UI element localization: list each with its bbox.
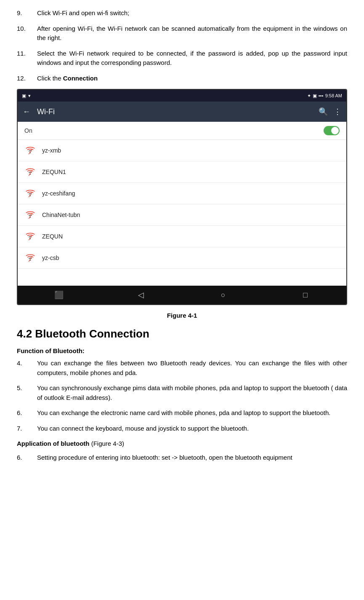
- back-nav-button[interactable]: ◁: [133, 287, 149, 303]
- figure-caption: Figure 4-1: [17, 312, 347, 319]
- notification-icon: ▾: [28, 93, 31, 99]
- bluetooth-item-4: 4. You can exchange the files between tw…: [17, 359, 347, 378]
- network-row-5[interactable]: yz-csb: [18, 247, 346, 269]
- network-row-2[interactable]: yz-ceshifang: [18, 183, 346, 204]
- bluetooth-section: 4.2 Bluetooth Connection Function of Blu…: [17, 327, 347, 462]
- toolbar-actions: 🔍 ⋮: [319, 107, 341, 116]
- network-name-0: yz-xmb: [42, 147, 61, 154]
- application-label-bold: Application of bluetooth: [17, 440, 89, 447]
- bluetooth-list: 4. You can exchange the files between tw…: [17, 359, 347, 433]
- svg-line-1: [29, 149, 32, 154]
- home-nav-button[interactable]: ○: [215, 287, 231, 303]
- item-num-12: 12.: [17, 74, 37, 83]
- toolbar-title: Wi-Fi: [37, 107, 319, 116]
- svg-line-7: [29, 213, 32, 219]
- screen-icon: ▣: [22, 93, 26, 99]
- network-name-4: ZEQUN: [42, 233, 63, 240]
- network-name-1: ZEQUN1: [42, 169, 66, 175]
- item-text-12: Click the Connection: [37, 74, 347, 83]
- status-bar: ▣ ▾ ✦ ▣ ▪▪▪ 9:58 AM: [18, 90, 346, 102]
- wifi-toggle[interactable]: [324, 126, 340, 135]
- wifi-on-row: On: [18, 122, 346, 140]
- svg-line-3: [29, 170, 32, 176]
- bluetooth-icon: ✦: [307, 93, 311, 99]
- more-options-icon[interactable]: ⋮: [334, 107, 341, 116]
- list-item-10: 10. After opening Wi-Fi, the Wi-Fi netwo…: [17, 24, 347, 43]
- phone-screenshot: ▣ ▾ ✦ ▣ ▪▪▪ 9:58 AM ← Wi-Fi 🔍 ⋮ On: [17, 89, 347, 305]
- wifi-signal-icon-0: [24, 146, 36, 155]
- application-label-row: Application of bluetooth (Figure 4-3): [17, 439, 347, 449]
- item-num-11: 11.: [17, 49, 37, 68]
- bt-last-text: Setting procedure of entering into bluet…: [37, 453, 347, 463]
- bt-text-7: You can connect the keyboard, mouse and …: [37, 424, 347, 434]
- section-heading: 4.2 Bluetooth Connection: [17, 327, 347, 340]
- bt-last-num: 6.: [17, 453, 37, 463]
- status-right-icons: ✦ ▣ ▪▪▪ 9:58 AM: [307, 93, 342, 99]
- time-display: 9:58 AM: [325, 93, 342, 98]
- list-item-11: 11. Select the Wi-Fi network required to…: [17, 49, 347, 68]
- item-num-10: 10.: [17, 24, 37, 43]
- bt-text-4: You can exchange the files between two B…: [37, 359, 347, 378]
- recents-nav-button[interactable]: □: [297, 287, 314, 303]
- bottom-nav-bar: ⬛ ◁ ○ □: [18, 286, 346, 304]
- function-label: Function of Bluetooth:: [17, 347, 347, 354]
- bt-num-5: 5.: [17, 383, 37, 402]
- bluetooth-item-6: 6. You can exchange the electronic name …: [17, 408, 347, 418]
- item-text-9: Click Wi-Fi and open wi-fi switch;: [37, 8, 347, 18]
- svg-line-5: [29, 192, 32, 197]
- bt-num-6: 6.: [17, 408, 37, 418]
- wifi-on-label: On: [24, 127, 32, 134]
- list-item-9: 9. Click Wi-Fi and open wi-fi switch;: [17, 8, 347, 18]
- wifi-signal-icon-2: [24, 189, 36, 198]
- application-label: Application of bluetooth (Figure 4-3): [17, 439, 347, 449]
- svg-line-9: [29, 235, 32, 240]
- wifi-signal-icon-4: [24, 232, 36, 241]
- wifi-signal-icon-3: [24, 210, 36, 220]
- item-text-11: Select the Wi-Fi network required to be …: [37, 49, 347, 68]
- bluetooth-item-7: 7. You can connect the keyboard, mouse a…: [17, 424, 347, 434]
- bt-text-6: You can exchange the electronic name car…: [37, 408, 347, 418]
- bt-text-5: You can synchronously exchange pims data…: [37, 383, 347, 402]
- camera-nav-button[interactable]: ⬛: [50, 287, 67, 303]
- bluetooth-item-5: 5. You can synchronously exchange pims d…: [17, 383, 347, 402]
- page-content: 9. Click Wi-Fi and open wi-fi switch; 10…: [0, 0, 364, 481]
- network-name-5: yz-csb: [42, 254, 59, 261]
- back-button[interactable]: ←: [23, 107, 30, 116]
- battery-icon: ▪▪▪: [319, 93, 324, 98]
- network-row-1[interactable]: ZEQUN1: [18, 161, 346, 183]
- intro-list: 9. Click Wi-Fi and open wi-fi switch; 10…: [17, 8, 347, 83]
- network-name-2: yz-ceshifang: [42, 190, 75, 197]
- bt-num-7: 7.: [17, 424, 37, 434]
- signal-icon: ▣: [313, 93, 317, 99]
- application-note: (Figure 4-3): [91, 440, 124, 447]
- network-list: yz-xmb ZEQUN1: [18, 140, 346, 269]
- bluetooth-last-item: 6. Setting procedure of entering into bl…: [17, 453, 347, 463]
- search-icon[interactable]: 🔍: [319, 107, 328, 116]
- wifi-signal-icon-1: [24, 167, 36, 177]
- item-num-9: 9.: [17, 8, 37, 18]
- svg-line-11: [29, 256, 32, 262]
- phone-toolbar: ← Wi-Fi 🔍 ⋮: [18, 102, 346, 122]
- network-name-3: ChinaNet-tubn: [42, 212, 80, 218]
- list-item-12: 12. Click the Connection: [17, 74, 347, 83]
- status-left-icons: ▣ ▾: [22, 93, 31, 99]
- item-text-10: After opening Wi-Fi, the Wi-Fi network c…: [37, 24, 347, 43]
- network-row-3[interactable]: ChinaNet-tubn: [18, 204, 346, 226]
- empty-space: [18, 269, 346, 286]
- item-bold-12: Connection: [63, 75, 98, 82]
- bt-num-4: 4.: [17, 359, 37, 378]
- network-row-0[interactable]: yz-xmb: [18, 140, 346, 161]
- wifi-signal-icon-5: [24, 253, 36, 262]
- network-row-4[interactable]: ZEQUN: [18, 226, 346, 247]
